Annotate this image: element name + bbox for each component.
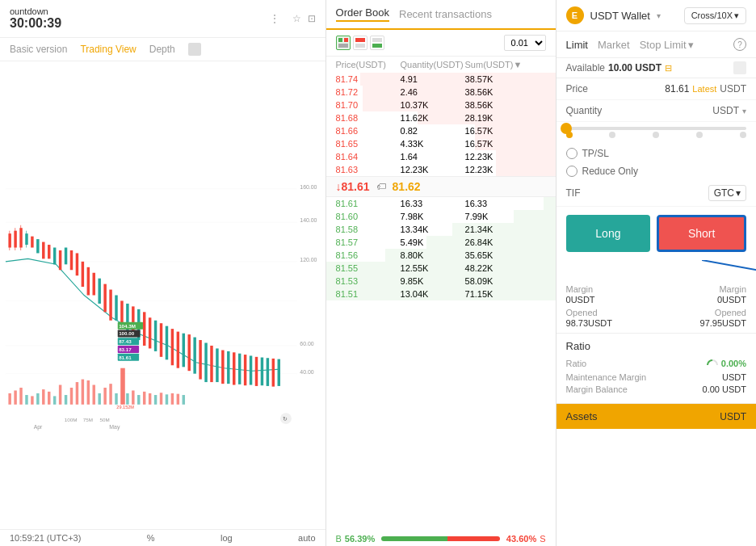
svg-text:75M: 75M <box>83 417 93 422</box>
tab-basic-version[interactable]: Basic version <box>10 44 67 55</box>
svg-rect-91 <box>103 388 106 405</box>
assets-currency: USDT <box>720 411 746 422</box>
tab-stop-limit[interactable]: Stop Limit ▾ <box>640 39 694 51</box>
ob-buy-row[interactable]: 81.56 8.80K 35.65K <box>326 249 556 262</box>
ob-sell-row[interactable]: 81.74 4.91 38.57K <box>326 73 556 86</box>
trade-header: E USDT Wallet ▾ Cross/10X ▾ <box>556 0 756 32</box>
quantity-slider[interactable] <box>566 127 746 130</box>
svg-rect-100 <box>149 393 151 405</box>
buy-price-1: 81.61 <box>336 199 401 208</box>
svg-rect-85 <box>70 388 73 405</box>
tab-order-book[interactable]: Order Book <box>336 6 389 22</box>
opened-long-label: Opened <box>566 308 655 317</box>
ob-sell-row[interactable]: 81.63 12.23K 12.23K <box>326 163 556 176</box>
svg-rect-47 <box>187 334 190 371</box>
svg-rect-81 <box>48 392 50 405</box>
ob-buy-row[interactable]: 81.55 12.55K 48.22K <box>326 262 556 275</box>
ob-view-buy[interactable] <box>370 36 384 50</box>
chart-expand-icon[interactable] <box>188 43 201 56</box>
slider-dot-50[interactable] <box>653 132 659 138</box>
ob-sell-row[interactable]: 81.72 2.46 38.56K <box>326 86 556 99</box>
svg-rect-105 <box>177 394 179 405</box>
wallet-name: USDT Wallet <box>590 10 650 22</box>
ob-sell-row[interactable]: 81.70 10.37K 38.56K <box>326 99 556 111</box>
svg-rect-62 <box>272 359 275 387</box>
svg-rect-45 <box>177 332 179 368</box>
svg-rect-48 <box>193 338 195 374</box>
help-icon[interactable]: ? <box>733 38 746 51</box>
ob-buy-row[interactable]: 81.58 13.34K 21.34K <box>326 223 556 236</box>
slider-dot-25[interactable] <box>609 132 615 138</box>
ob-view-sell[interactable] <box>353 36 368 50</box>
svg-rect-61 <box>267 358 269 386</box>
more-options-icon[interactable]: ⋮ <box>263 6 286 31</box>
sell-price-4: 81.68 <box>336 113 401 123</box>
tif-selector[interactable]: GTC ▾ <box>708 185 746 201</box>
svg-rect-33 <box>109 290 111 321</box>
slider-thumb[interactable] <box>561 123 572 134</box>
margin-long: Margin 0USDT <box>566 284 655 304</box>
chart-pct[interactable]: % <box>147 533 155 543</box>
wallet-dropdown-icon[interactable]: ▾ <box>657 11 661 20</box>
reduce-only-row: Reduce Only <box>556 162 756 180</box>
svg-line-121 <box>702 260 756 275</box>
margin-long-label: Margin <box>566 284 655 294</box>
svg-rect-97 <box>132 390 134 404</box>
svg-rect-117 <box>355 38 365 42</box>
ob-sell-row[interactable]: 81.68 11.62K 28.19K <box>326 111 556 124</box>
tab-trading-view[interactable]: Trading View <box>80 44 136 55</box>
price-number[interactable]: 81.61 <box>665 83 689 94</box>
leverage-label: Cross/10X <box>691 10 733 20</box>
ob-sell-row[interactable]: 81.66 0.82 16.57K <box>326 124 556 137</box>
sell-qty-7: 1.64 <box>401 152 465 162</box>
svg-rect-54 <box>227 351 229 384</box>
ob-view-both[interactable] <box>336 36 351 50</box>
chart-auto[interactable]: auto <box>298 533 315 543</box>
svg-rect-34 <box>115 296 117 321</box>
reduce-only-checkbox[interactable] <box>566 166 578 177</box>
ob-b-label: B <box>336 534 342 544</box>
slider-dot-75[interactable] <box>696 132 703 138</box>
chart-log[interactable]: log <box>220 533 233 543</box>
opened-short-label: Opened <box>657 308 746 317</box>
ob-s-pct: 43.60% <box>506 534 536 544</box>
leverage-button[interactable]: Cross/10X ▾ <box>684 7 746 24</box>
ob-buy-row[interactable]: 81.61 16.33 16.33 <box>326 197 556 210</box>
tab-market[interactable]: Market <box>598 39 630 51</box>
tab-depth[interactable]: Depth <box>149 44 175 55</box>
ob-buy-row[interactable]: 81.53 9.85K 58.09K <box>326 275 556 288</box>
svg-text:87.43: 87.43 <box>119 338 132 344</box>
short-button[interactable]: Short <box>657 215 746 252</box>
ob-buy-row[interactable]: 81.51 13.04K 71.15K <box>326 288 556 300</box>
tab-limit[interactable]: Limit <box>566 39 588 51</box>
long-button[interactable]: Long <box>566 215 651 252</box>
quantity-label: Quantity <box>566 105 615 116</box>
info-icon[interactable]: ⊡ <box>308 13 316 24</box>
ob-buy-row[interactable]: 81.57 5.49K 26.84K <box>326 236 556 249</box>
svg-rect-30 <box>93 273 95 296</box>
star-icon[interactable]: ☆ <box>292 13 301 24</box>
slider-dot-100[interactable] <box>740 132 746 138</box>
tab-recent-transactions[interactable]: Recent transactions <box>399 8 492 20</box>
quantity-dropdown-icon[interactable]: ▾ <box>742 107 746 116</box>
buy-price-2: 81.60 <box>336 212 401 221</box>
svg-rect-41 <box>154 321 157 351</box>
quantity-row: Quantity USDT ▾ <box>556 100 756 122</box>
svg-rect-116 <box>338 44 348 48</box>
svg-rect-49 <box>199 340 201 380</box>
assets-bar[interactable]: Assets USDT <box>556 404 756 429</box>
ob-buy-row[interactable]: 81.60 7.98K 7.99K <box>326 210 556 223</box>
ob-mid-price-row: ↓81.61 🏷 81.62 <box>326 176 556 197</box>
ratio-label: Ratio <box>566 359 587 368</box>
ob-sell-row[interactable]: 81.64 1.64 12.23K <box>326 150 556 163</box>
svg-text:100M: 100M <box>65 417 78 422</box>
ob-footer: B 56.39% 43.60% S <box>326 531 556 546</box>
tpsl-checkbox[interactable] <box>566 148 578 159</box>
grid-icon[interactable] <box>733 61 746 74</box>
ratio-value: 0.00% <box>706 357 746 370</box>
ob-decimal-select[interactable]: 0.01 0.1 1 <box>504 35 546 51</box>
ob-sell-row[interactable]: 81.65 4.33K 16.57K <box>326 137 556 150</box>
maintenance-margin-row: Maintenance Margin USDT <box>566 372 746 382</box>
tif-row: TIF GTC ▾ <box>556 180 756 207</box>
margin-short-label: Margin <box>657 284 746 294</box>
